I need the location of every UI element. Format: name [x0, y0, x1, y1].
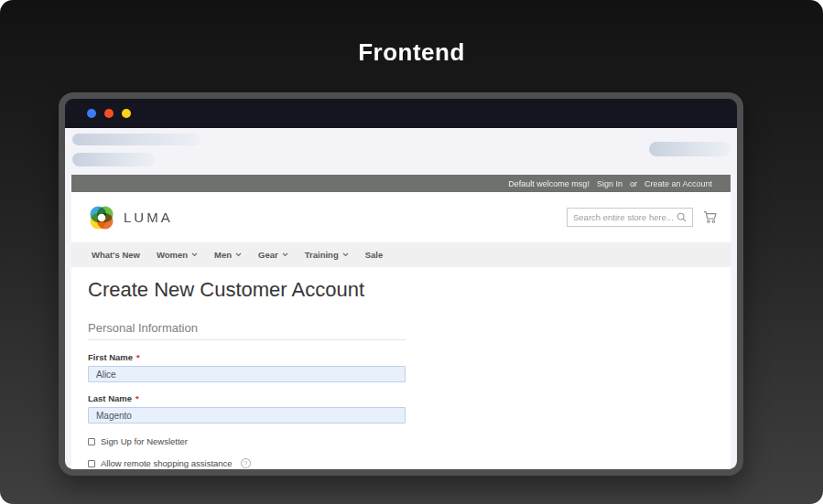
first-name-input[interactable] [88, 366, 406, 382]
logo-text: LUMA [124, 209, 173, 225]
skeleton-bar [72, 134, 200, 145]
main-content: Create New Customer Account Personal Inf… [71, 267, 731, 469]
header-right [567, 208, 718, 227]
last-name-label: Last Name* [88, 393, 714, 403]
search-box [567, 208, 693, 227]
newsletter-label[interactable]: Sign Up for Newsletter [101, 436, 188, 446]
luma-logo-icon [88, 204, 115, 231]
nav-item-gear[interactable]: Gear [258, 250, 288, 260]
nav-label: Women [157, 250, 188, 260]
nav-item-whats-new[interactable]: What's New [92, 250, 140, 260]
nav-label: Training [305, 250, 339, 260]
window-control-red-icon[interactable] [104, 109, 114, 118]
chevron-down-icon [191, 252, 198, 257]
main-nav: What's New Women Men Gear [71, 242, 731, 267]
required-asterisk: * [135, 393, 139, 403]
stage: Frontend Default welcome msg! Sign In or… [0, 0, 823, 504]
remote-assistance-row: Allow remote shopping assistance ? [88, 458, 714, 468]
chevron-down-icon [235, 252, 242, 257]
create-account-link[interactable]: Create an Account [644, 179, 712, 188]
browser-window: Default welcome msg! Sign In or Create a… [59, 92, 743, 476]
page-title: Frontend [0, 38, 823, 67]
field-label-text: First Name [88, 352, 133, 362]
required-asterisk: * [136, 352, 140, 362]
search-icon[interactable] [677, 212, 687, 222]
nav-label: Men [214, 250, 232, 260]
browser-window-inner: Default welcome msg! Sign In or Create a… [65, 99, 737, 469]
sign-in-link[interactable]: Sign In [597, 179, 623, 188]
luma-logo[interactable]: LUMA [88, 204, 173, 231]
nav-item-training[interactable]: Training [305, 250, 349, 260]
remote-assistance-checkbox[interactable] [88, 460, 95, 467]
welcome-message: Default welcome msg! [508, 179, 590, 188]
newsletter-row: Sign Up for Newsletter [88, 436, 714, 446]
search-input[interactable] [573, 212, 677, 222]
storefront: Default welcome msg! Sign In or Create a… [71, 175, 731, 469]
browser-viewport: Default welcome msg! Sign In or Create a… [65, 128, 737, 469]
chevron-down-icon [342, 252, 349, 257]
last-name-input[interactable] [88, 407, 406, 424]
personal-information-legend: Personal Information [88, 321, 406, 340]
skeleton-bar [649, 142, 731, 156]
account-page-title: Create New Customer Account [88, 278, 714, 302]
first-name-label: First Name* [88, 352, 714, 362]
or-separator: or [630, 179, 637, 188]
nav-label: What's New [92, 250, 140, 260]
nav-label: Gear [258, 250, 278, 260]
newsletter-checkbox[interactable] [88, 438, 95, 445]
welcome-bar: Default welcome msg! Sign In or Create a… [71, 175, 731, 192]
help-icon[interactable]: ? [241, 458, 251, 468]
window-control-blue-icon[interactable] [87, 109, 96, 118]
nav-item-men[interactable]: Men [214, 250, 242, 260]
nav-item-sale[interactable]: Sale [365, 250, 384, 260]
browser-titlebar [65, 99, 737, 128]
cart-icon[interactable] [703, 210, 718, 224]
nav-label: Sale [365, 250, 384, 260]
site-header: LUMA [71, 192, 731, 242]
skeleton-bar [72, 153, 155, 166]
window-control-yellow-icon[interactable] [122, 109, 131, 118]
nav-item-women[interactable]: Women [157, 250, 198, 260]
field-label-text: Last Name [88, 393, 132, 403]
chevron-down-icon [282, 252, 288, 257]
remote-assistance-label[interactable]: Allow remote shopping assistance [101, 458, 233, 468]
